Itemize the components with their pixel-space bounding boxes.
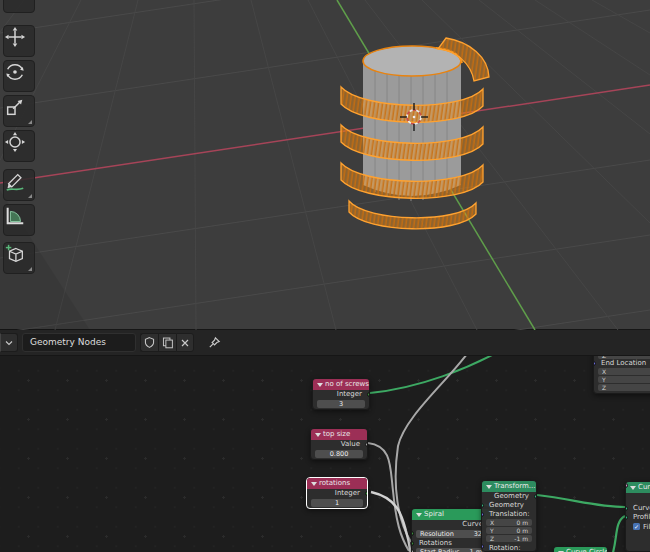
clipped-output-row xyxy=(626,493,650,504)
resolution-input-socket[interactable] xyxy=(411,531,414,536)
node-title: Spiral xyxy=(424,510,444,518)
end-x-field[interactable]: X0 m xyxy=(598,368,650,375)
end-location-label: End Location xyxy=(594,359,650,367)
collapse-icon xyxy=(311,482,317,486)
node-curve-line-fragment[interactable]: Z0 m End Location X0 m Y0 m Z0 m xyxy=(593,356,650,394)
node-title: rotations xyxy=(319,479,350,487)
node-transform[interactable]: Transform... Geometry Geometry Translati… xyxy=(481,480,537,552)
node-header[interactable]: rotations xyxy=(307,478,367,489)
node-editor-header: Geometry Nodes xyxy=(0,330,650,356)
resolution-field[interactable]: Resolution32 xyxy=(416,530,486,538)
node-title: Curve Circle xyxy=(566,548,608,552)
transform-icon xyxy=(4,131,26,153)
geometry-input-socket[interactable] xyxy=(481,503,484,508)
start-radius-field[interactable]: Start Radius1 m xyxy=(416,548,486,552)
rotate-tool-button[interactable] xyxy=(3,60,35,92)
wire-transform-ctm xyxy=(537,495,625,507)
measure-tool-button[interactable] xyxy=(3,204,35,236)
subtool-indicator xyxy=(28,267,32,271)
rotation-label: Rotation: xyxy=(482,544,536,552)
rotations-input-socket[interactable] xyxy=(411,541,414,546)
rotate-icon xyxy=(4,61,26,83)
profile-curve-input-row: Profile Curve xyxy=(626,513,650,522)
translation-input-socket[interactable] xyxy=(481,512,484,517)
node-tree-dropdown[interactable] xyxy=(0,333,18,352)
curve-input-row: Curve xyxy=(626,504,650,513)
end-z-field[interactable]: Z0 m xyxy=(598,384,650,391)
output-row: Value xyxy=(311,440,367,449)
move-icon xyxy=(4,26,26,48)
scale-tool-button[interactable] xyxy=(3,95,35,127)
new-datablock-button[interactable] xyxy=(158,333,176,352)
node-header[interactable]: no of screws xyxy=(313,379,369,390)
profile-curve-input-socket[interactable] xyxy=(625,515,628,520)
rotation-input-socket[interactable] xyxy=(481,544,484,549)
subtool-indicator xyxy=(28,194,32,198)
node-header[interactable]: Curve Circle xyxy=(554,547,607,552)
annotate-tool-button[interactable] xyxy=(3,169,35,201)
node-title: top size xyxy=(323,430,350,438)
3d-viewport[interactable] xyxy=(0,0,650,330)
translation-x-field[interactable]: X0 m xyxy=(486,519,532,526)
node-no-of-screws[interactable]: no of screws Integer 3 xyxy=(312,378,370,410)
node-header[interactable]: Curve to Mesh xyxy=(626,482,650,493)
node-title: Transform... xyxy=(494,482,536,490)
collapse-icon xyxy=(416,513,422,517)
add-cube-icon xyxy=(4,243,26,265)
blender-window: Geometry Nodes xyxy=(0,0,650,552)
scale-icon xyxy=(4,96,26,118)
node-curve-to-mesh[interactable]: Curve to Mesh Curve Profile Curve ✓ Fill… xyxy=(625,481,650,552)
node-rotations[interactable]: rotations Integer 1 xyxy=(306,477,368,509)
collapse-icon xyxy=(630,486,636,490)
close-icon xyxy=(179,337,191,349)
pin-icon xyxy=(207,335,222,350)
value-output-socket[interactable] xyxy=(365,442,368,447)
translation-z-field[interactable]: Z-1 m xyxy=(486,535,532,542)
wire-top-size xyxy=(368,443,409,551)
annotate-icon xyxy=(4,170,26,192)
add-cube-tool-button[interactable] xyxy=(3,242,35,274)
translation-y-field[interactable]: Y0 m xyxy=(486,527,532,534)
value-field[interactable]: 0.800 xyxy=(315,450,363,458)
end-y-field[interactable]: Y0 m xyxy=(598,376,650,383)
collapse-icon xyxy=(486,485,492,489)
geometry-output-socket[interactable] xyxy=(534,494,537,499)
curve-input-socket[interactable] xyxy=(625,506,628,511)
collapse-icon xyxy=(315,433,321,437)
node-editor-canvas[interactable]: no of screws Integer 3 top size Value 0.… xyxy=(0,356,650,552)
output-row: Geometry xyxy=(482,492,536,501)
pin-button[interactable] xyxy=(207,333,222,352)
node-spiral[interactable]: Spiral Curve Resolution32 Rotations Star… xyxy=(411,508,491,552)
rotations-input-row: Rotations xyxy=(412,539,490,547)
viewport-scene xyxy=(0,0,650,330)
subtool-indicator xyxy=(28,120,32,124)
cursor-icon xyxy=(4,0,26,4)
tool-shelf xyxy=(3,0,37,330)
node-header[interactable]: top size xyxy=(311,429,367,440)
z-field[interactable]: Z0 m xyxy=(598,356,650,359)
integer-output-socket[interactable] xyxy=(367,392,370,397)
node-header[interactable]: Spiral xyxy=(412,509,490,520)
node-curve-circle[interactable]: Curve Circle xyxy=(553,546,608,552)
node-tree-name-input[interactable]: Geometry Nodes xyxy=(22,333,136,352)
output-row: Integer xyxy=(307,489,367,498)
move-tool-button[interactable] xyxy=(3,25,35,57)
integer-value-field[interactable]: 3 xyxy=(317,400,365,408)
integer-value-field[interactable]: 1 xyxy=(311,499,363,507)
node-top-size[interactable]: top size Value 0.800 xyxy=(310,428,368,460)
cursor-tool-button[interactable] xyxy=(3,0,35,13)
node-title: Curve to Mesh xyxy=(638,483,650,491)
fill-caps-checkbox[interactable]: ✓ xyxy=(633,523,640,530)
fake-user-button[interactable] xyxy=(140,333,158,352)
node-title: no of screws xyxy=(325,380,369,388)
output-row: Integer xyxy=(313,390,369,399)
end-location-input-socket[interactable] xyxy=(593,361,596,366)
unlink-button[interactable] xyxy=(176,333,194,352)
integer-output-socket[interactable] xyxy=(365,491,368,496)
transform-tool-button[interactable] xyxy=(3,130,35,162)
floor-grid-depth xyxy=(0,0,650,330)
node-header[interactable]: Transform... xyxy=(482,481,536,492)
measure-icon xyxy=(4,205,26,227)
collapse-icon xyxy=(317,383,323,387)
floor-grid xyxy=(0,0,650,330)
